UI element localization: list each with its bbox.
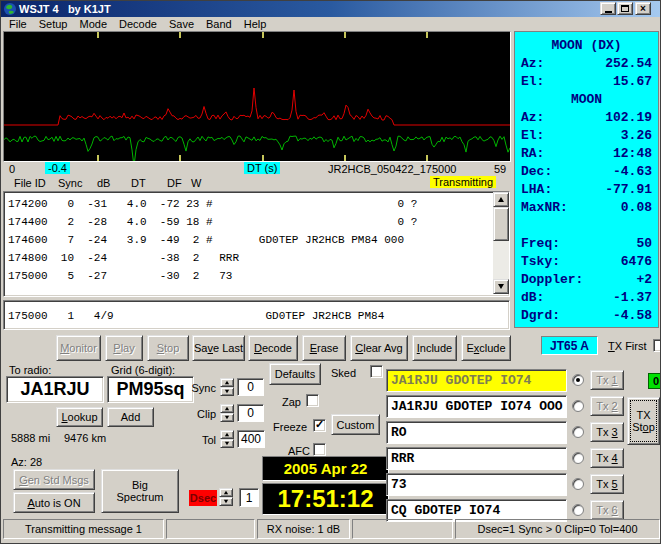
include-button[interactable]: Include	[412, 335, 457, 361]
tx3-radio[interactable]	[572, 426, 584, 438]
status-empty-1	[166, 519, 255, 539]
menu-help[interactable]: Help	[244, 18, 267, 31]
stop-button[interactable]: Stop	[147, 335, 189, 361]
lookup-button[interactable]: Lookup	[56, 407, 103, 427]
axis-left-label: 0	[9, 163, 15, 175]
dsec-spinner[interactable]	[219, 488, 233, 506]
tx-stop-button[interactable]: TX Stop	[627, 397, 660, 445]
menu-bar: File Setup Mode Decode Save Band Help	[1, 18, 661, 31]
tol-value[interactable]: 400	[237, 430, 265, 448]
monitor-button[interactable]: Monitor	[56, 335, 101, 361]
play-button[interactable]: Play	[105, 335, 143, 361]
tx4-radio[interactable]	[572, 452, 584, 464]
title-bar[interactable]: WSJT 4 by K1JT ×	[1, 1, 661, 17]
to-radio-label: To radio:	[9, 364, 51, 376]
tx1-button[interactable]: Tx 1	[590, 370, 624, 390]
tx1-message-field[interactable]: JA1RJU GDOTEP IO74	[386, 369, 567, 392]
spin-up-icon	[225, 433, 229, 437]
tx6-button[interactable]: Tx 6	[590, 500, 624, 520]
grid-input[interactable]: PM95sq	[107, 376, 194, 403]
defaults-button[interactable]: Defaults	[269, 363, 321, 385]
clear-avg-button[interactable]: Clear Avg	[350, 335, 408, 361]
menu-file[interactable]: File	[9, 18, 27, 31]
tx2-radio[interactable]	[572, 400, 584, 412]
menu-decode[interactable]: Decode	[119, 18, 157, 31]
tick-marks-bottom	[97, 155, 428, 161]
exclude-button[interactable]: Exclude	[461, 335, 511, 361]
freeze-checkbox[interactable]	[313, 419, 326, 432]
tx1-radio[interactable]	[572, 374, 584, 386]
maximize-button[interactable]	[617, 2, 633, 15]
waveform-display	[4, 32, 510, 161]
close-button[interactable]: ×	[635, 2, 651, 15]
sync-value[interactable]: 0	[237, 378, 264, 396]
zap-checkbox[interactable]	[306, 394, 319, 407]
sync-spinner[interactable]	[220, 378, 234, 396]
decode-line: 174600 7 -24 3.9 -49 2 # GD0TEP JR2HCB P…	[8, 231, 491, 249]
spin-down-icon	[224, 500, 228, 504]
tx2-message-field[interactable]: JA1RJU GDOTEP IO74 OOO	[386, 395, 567, 418]
astro-row: LHA:-77.91	[521, 182, 652, 197]
tx2-button[interactable]: Tx 2	[590, 396, 624, 416]
to-radio-input[interactable]: JA1RJU	[6, 376, 104, 403]
add-button[interactable]: Add	[107, 407, 154, 427]
tx6-radio[interactable]	[572, 504, 584, 516]
tx-first-checkbox[interactable]	[653, 339, 661, 352]
sync-spin-down[interactable]	[220, 387, 234, 396]
gen-std-msgs-button[interactable]: Gen Std Msgs	[13, 469, 95, 490]
clip-spinner[interactable]	[220, 404, 234, 422]
clip-value[interactable]: 0	[237, 404, 264, 422]
vertical-scrollbar[interactable]	[493, 192, 509, 294]
grid-label: Grid (6-digit):	[111, 364, 175, 376]
tol-spin-up[interactable]	[220, 430, 234, 439]
decode-button[interactable]: Decode	[248, 335, 298, 361]
astro-row: Az:102.19	[521, 110, 652, 125]
sked-checkbox[interactable]	[370, 365, 383, 378]
app-globe-icon	[4, 3, 16, 15]
average-text-area[interactable]: 175000 1 4/9 GD0TEP JR2HCB PM84	[3, 300, 510, 330]
clip-spin-down[interactable]	[220, 413, 234, 422]
menu-band[interactable]: Band	[206, 18, 232, 31]
status-empty-2	[352, 519, 453, 539]
afc-checkbox[interactable]	[313, 443, 326, 456]
tol-spinner[interactable]	[220, 430, 234, 448]
auto-button[interactable]: Auto is ON	[13, 492, 95, 513]
average-line: 175000 1 4/9 GD0TEP JR2HCB PM84	[8, 307, 384, 325]
tx5-message-field[interactable]: 73	[386, 473, 567, 496]
menu-save[interactable]: Save	[169, 18, 194, 31]
scroll-up-button[interactable]	[493, 192, 509, 207]
tx3-button[interactable]: Tx 3	[590, 422, 624, 442]
tx4-button[interactable]: Tx 4	[590, 448, 624, 468]
big-spectrum-button[interactable]: Big Spectrum	[101, 469, 179, 513]
dsec-spin-down[interactable]	[219, 497, 233, 506]
minimize-button[interactable]	[600, 2, 616, 15]
sync-spin-up[interactable]	[220, 378, 234, 387]
spin-up-icon	[224, 491, 228, 495]
custom-button[interactable]: Custom	[331, 414, 380, 435]
clip-spin-up[interactable]	[220, 404, 234, 413]
spin-down-icon	[225, 442, 229, 446]
time-display: 17:51:12	[262, 483, 389, 515]
erase-button[interactable]: Erase	[302, 335, 346, 361]
close-icon: ×	[640, 4, 646, 14]
status-rx-noise: RX noise: 1 dB	[257, 519, 350, 539]
astro-row: Freq:50	[521, 236, 652, 251]
decode-line: 174200 0 -31 4.0 -72 23 # 0 ?	[8, 195, 491, 213]
menu-mode[interactable]: Mode	[79, 18, 107, 31]
tx5-button[interactable]: Tx 5	[590, 474, 624, 494]
axis-right-label: 59	[494, 163, 506, 175]
tx3-message-field[interactable]: RO	[386, 421, 567, 444]
red-sync-trace	[4, 88, 510, 125]
save-last-button[interactable]: Save Last	[192, 335, 245, 361]
dsec-spin-up[interactable]	[219, 488, 233, 497]
dsec-value[interactable]: 1	[239, 488, 259, 507]
tx5-radio[interactable]	[572, 478, 584, 490]
tol-spin-down[interactable]	[220, 439, 234, 448]
scroll-down-button[interactable]	[493, 279, 509, 294]
menu-setup[interactable]: Setup	[39, 18, 68, 31]
scrollbar-thumb[interactable]	[493, 207, 509, 241]
tx4-message-field[interactable]: RRR	[386, 447, 567, 470]
decoded-text-area[interactable]: 174200 0 -31 4.0 -72 23 # 0 ? 174400 2 -…	[3, 191, 510, 297]
status-params: Dsec=1 Sync > 0 Clip=0 Tol=400	[455, 519, 660, 539]
moon-dx-title: MOON (DX)	[515, 38, 658, 53]
